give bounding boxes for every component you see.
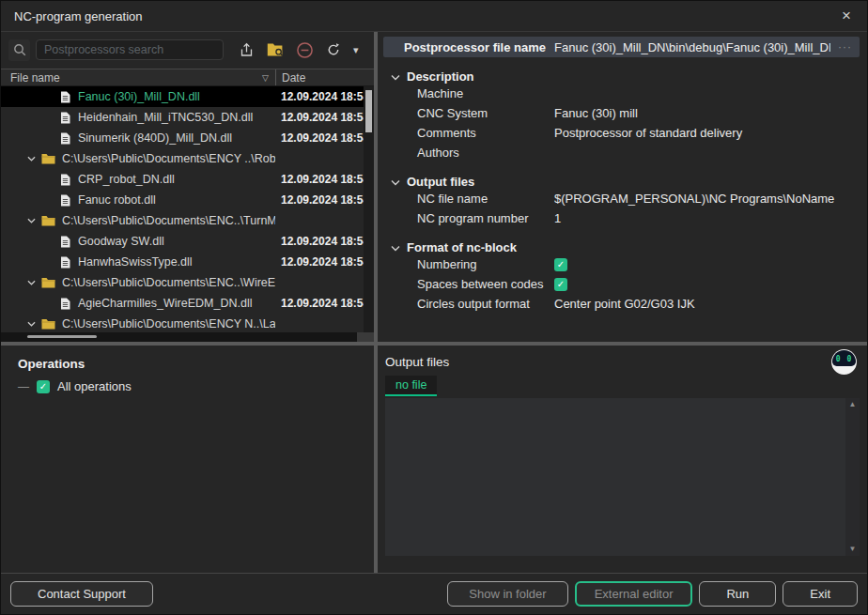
all-operations-label: All operations bbox=[57, 379, 132, 393]
property-row: CNC System Fanuc (30i) mill bbox=[391, 103, 867, 123]
check-icon: ✓ bbox=[39, 382, 47, 392]
table-row[interactable]: C:\Users\Public\Documents\ENCY ..\Robots bbox=[1, 148, 374, 169]
show-in-folder-button[interactable]: Show in folder bbox=[447, 581, 567, 607]
chevron-down-icon[interactable] bbox=[27, 321, 36, 327]
file-icon bbox=[60, 91, 70, 103]
postprocessor-panel: ▾ File name ▽ Date Fanuc (30i)_Mill_DN.d… bbox=[1, 32, 374, 342]
postprocessor-toolbar: ▾ bbox=[1, 36, 374, 64]
chevron-down-icon bbox=[391, 69, 400, 84]
file-icon bbox=[60, 132, 70, 145]
vertical-scrollbar[interactable] bbox=[364, 86, 374, 332]
property-label: Machine bbox=[417, 86, 554, 100]
search-input[interactable] bbox=[36, 39, 224, 60]
column-header-file-name[interactable]: File name ▽ bbox=[1, 69, 275, 85]
table-row[interactable]: Goodway SW.dll 12.09.2024 18:54 bbox=[1, 231, 374, 252]
property-label: NC program number bbox=[417, 211, 554, 225]
collapse-icon[interactable]: — bbox=[18, 380, 29, 393]
circles-format-value[interactable]: Center point G02/G03 IJK bbox=[554, 297, 867, 311]
folder-icon bbox=[41, 318, 55, 330]
properties-panel: Postprocessor file name Fanuc (30i)_Mill… bbox=[378, 32, 867, 342]
check-icon: ✓ bbox=[557, 260, 565, 269]
chevron-down-icon[interactable]: ▾ bbox=[353, 44, 364, 56]
file-icon bbox=[60, 256, 70, 269]
table-row[interactable]: CRP_robot_DN.dll 12.09.2024 18:54 bbox=[1, 169, 374, 190]
postprocessor-file-field[interactable]: Postprocessor file name Fanuc (30i)_Mill… bbox=[383, 37, 860, 57]
scrollbar-thumb[interactable] bbox=[27, 335, 97, 338]
table-row[interactable]: C:\Users\Public\Documents\ENC..\TurnMill bbox=[1, 210, 374, 231]
property-row: Numbering ✓ bbox=[391, 254, 867, 274]
close-icon[interactable]: × bbox=[831, 1, 861, 31]
nc-file-name-value[interactable]: $(PROGRAM_PERSONAL)\NC Programs\NoName bbox=[554, 192, 867, 206]
file-date: 12.09.2024 18:54 bbox=[275, 255, 374, 269]
chevron-down-icon[interactable] bbox=[27, 156, 36, 161]
table-row[interactable]: Heidenhain_Mill_iTNC530_DN.dll 12.09.202… bbox=[1, 107, 374, 128]
property-row: NC file name $(PROGRAM_PERSONAL)\NC Prog… bbox=[391, 189, 867, 208]
scrollbar-thumb[interactable] bbox=[365, 90, 372, 132]
nc-output-textarea[interactable]: ▲ ▼ bbox=[385, 398, 860, 556]
file-date: 12.09.2024 18:54 bbox=[275, 173, 374, 186]
numbering-checkbox[interactable]: ✓ bbox=[554, 258, 567, 271]
output-files-title: Output files bbox=[385, 355, 860, 369]
external-editor-button[interactable]: External editor bbox=[575, 581, 693, 607]
search-icon bbox=[8, 39, 30, 61]
chevron-down-icon[interactable] bbox=[27, 218, 36, 223]
table-row[interactable]: AgieCharmilles_WireEDM_DN.dll 12.09.2024… bbox=[1, 293, 374, 314]
chevron-down-icon[interactable] bbox=[27, 280, 36, 285]
table-row[interactable]: C:\Users\Public\Documents\ENC..\WireEDM bbox=[1, 272, 374, 293]
folder-path: C:\Users\Public\Documents\ENC..\WireEDM bbox=[62, 276, 275, 289]
robot-eyes: 0 0 bbox=[836, 355, 852, 363]
property-row: NC program number 1 bbox=[391, 208, 867, 228]
scroll-up-icon[interactable]: ▲ bbox=[849, 401, 857, 408]
assistant-robot-icon[interactable]: 0 0 bbox=[831, 349, 857, 375]
folder-path: C:\Users\Public\Documents\ENCY N..\Lathe bbox=[62, 317, 275, 331]
table-row[interactable]: HanwhaSwissType.dll 12.09.2024 18:54 bbox=[1, 252, 374, 272]
property-label: Circles output format bbox=[417, 297, 554, 311]
property-value: Postprocessor of standard delivery bbox=[554, 126, 867, 140]
file-name: Sinumerik (840D)_Mill_DN.dll bbox=[78, 131, 232, 145]
ellipsis-button[interactable]: ··· bbox=[830, 40, 860, 54]
folder-path: C:\Users\Public\Documents\ENCY ..\Robots bbox=[62, 152, 275, 165]
file-icon bbox=[60, 194, 70, 207]
tab-no-file[interactable]: no file bbox=[385, 376, 437, 396]
check-icon: ✓ bbox=[557, 280, 565, 289]
nc-program-number-value[interactable]: 1 bbox=[554, 211, 867, 225]
section-header-description[interactable]: Description bbox=[391, 69, 867, 84]
tree-header: File name ▽ Date bbox=[1, 69, 374, 86]
file-name: Fanuc robot.dll bbox=[78, 193, 156, 207]
section-header-output-files[interactable]: Output files bbox=[391, 175, 867, 189]
file-name: Fanuc (30i)_Mill_DN.dll bbox=[78, 90, 200, 103]
run-button[interactable]: Run bbox=[699, 581, 776, 607]
export-icon[interactable] bbox=[237, 40, 256, 59]
all-operations-checkbox[interactable]: ✓ bbox=[37, 380, 50, 393]
contact-support-button[interactable]: Contact Support bbox=[10, 581, 153, 607]
refresh-icon[interactable] bbox=[324, 40, 343, 59]
scroll-down-icon[interactable]: ▼ bbox=[849, 546, 857, 553]
window-title: NC-program generation bbox=[14, 9, 143, 23]
section-title: Output files bbox=[407, 175, 474, 189]
property-value: Fanuc (30i) mill bbox=[554, 106, 867, 120]
file-icon bbox=[60, 236, 70, 248]
section-header-format[interactable]: Format of nc-block bbox=[391, 240, 867, 254]
table-row[interactable]: Fanuc (30i)_Mill_DN.dll 12.09.2024 18:54 bbox=[1, 86, 374, 107]
file-icon bbox=[60, 112, 70, 124]
property-row: Authors bbox=[391, 143, 867, 162]
file-date: 12.09.2024 18:54 bbox=[275, 297, 374, 310]
operations-title: Operations bbox=[18, 357, 374, 371]
spaces-checkbox[interactable]: ✓ bbox=[554, 278, 567, 291]
horizontal-scrollbar[interactable] bbox=[1, 332, 374, 342]
column-header-date[interactable]: Date bbox=[275, 69, 374, 85]
table-row[interactable]: Fanuc robot.dll 12.09.2024 18:54 bbox=[1, 190, 374, 210]
remove-icon[interactable] bbox=[295, 40, 314, 59]
scrollbar-corner bbox=[357, 332, 374, 342]
folder-search-icon[interactable] bbox=[266, 40, 285, 59]
exit-button[interactable]: Exit bbox=[783, 581, 858, 607]
folder-icon bbox=[41, 277, 55, 288]
table-row[interactable]: C:\Users\Public\Documents\ENCY N..\Lathe bbox=[1, 314, 374, 332]
vertical-scrollbar[interactable]: ▲ ▼ bbox=[845, 398, 860, 556]
field-value: Fanuc (30i)_Mill_DN\bin\debug\Fanuc (30i… bbox=[554, 40, 830, 54]
folder-icon bbox=[41, 153, 55, 164]
file-name: HanwhaSwissType.dll bbox=[78, 255, 193, 269]
operations-all-row: — ✓ All operations bbox=[18, 379, 374, 393]
property-label: Comments bbox=[417, 126, 554, 140]
table-row[interactable]: Sinumerik (840D)_Mill_DN.dll 12.09.2024 … bbox=[1, 128, 374, 148]
